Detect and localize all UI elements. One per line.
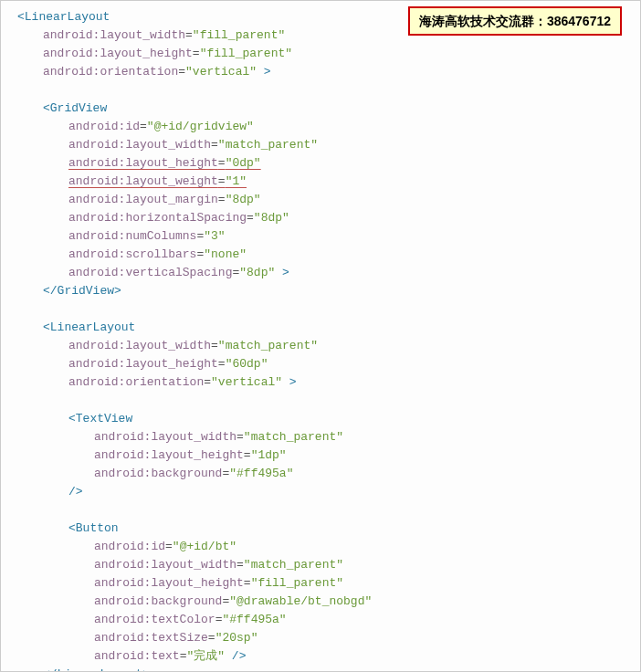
attr-name: android:layout_height xyxy=(68,156,218,170)
attr-value: "20sp" xyxy=(215,631,258,645)
attr-value: "60dp" xyxy=(226,357,268,371)
tag-text: <LinearLayout xyxy=(43,320,135,334)
attr-value: "@drawable/bt_nobgd" xyxy=(229,594,372,608)
attr-value: "8dp" xyxy=(254,211,289,225)
blank-line xyxy=(17,392,640,410)
attr-value: "@+id/gridview" xyxy=(147,120,254,133)
tag-text: <TextView xyxy=(68,412,132,425)
blank-line xyxy=(17,300,640,319)
xml-attribute: android:layout_width="match_parent" xyxy=(17,136,640,154)
equals-sign: = xyxy=(204,375,211,389)
equals-sign: = xyxy=(211,339,218,352)
equals-sign: = xyxy=(218,357,226,371)
attr-name: android:layout_height xyxy=(94,448,244,462)
xml-attribute: android:layout_height="0dp" xyxy=(17,154,640,173)
xml-attribute: android:scrollbars="none" xyxy=(17,246,640,264)
attr-name: android:layout_margin xyxy=(68,193,218,206)
attr-name: android:orientation xyxy=(68,375,204,389)
attr-name: android:layout_width xyxy=(68,339,211,352)
attr-value: "fill_parent" xyxy=(200,47,292,60)
attr-name: android:verticalSpacing xyxy=(68,266,232,279)
xml-attribute: android:layout_width="match_parent" xyxy=(17,337,640,355)
tag-tail: > xyxy=(257,65,271,79)
attr-name: android:orientation xyxy=(43,65,178,79)
xml-attribute: android:layout_margin="8dp" xyxy=(17,191,640,209)
attr-value: "1" xyxy=(226,174,247,188)
attr-name: android:layout_weight xyxy=(68,174,218,188)
attr-name: android:layout_width xyxy=(94,558,236,572)
equals-sign: = xyxy=(165,540,173,553)
attr-value: "match_parent" xyxy=(218,339,318,352)
attr-name: android:text xyxy=(94,649,180,663)
attr-value: "8dp" xyxy=(226,193,261,206)
attr-name: android:layout_height xyxy=(68,357,218,371)
equals-sign: = xyxy=(218,156,226,170)
open-tag: <GridView xyxy=(17,100,640,118)
equals-sign: = xyxy=(244,576,251,590)
attr-name: android:textSize xyxy=(94,631,208,645)
attr-name: android:background xyxy=(94,594,222,608)
tag-text: </GridView> xyxy=(43,284,121,298)
attr-name: android:horizontalSpacing xyxy=(68,211,247,225)
tag-text: <GridView xyxy=(43,101,107,115)
code-block: <LinearLayout android:layout_width="fill… xyxy=(17,8,640,672)
info-badge: 海涛高软技术交流群：386476712 xyxy=(408,6,622,36)
tag-tail: > xyxy=(275,266,289,279)
attr-value: "fill_parent" xyxy=(251,576,343,590)
attr-value: "@+id/bt" xyxy=(173,540,236,553)
xml-attribute: android:layout_height="1dp" xyxy=(17,446,640,465)
xml-attribute: android:text="完成" /> xyxy=(17,647,640,666)
open-tag: <TextView xyxy=(17,410,640,428)
equals-sign: = xyxy=(185,28,193,42)
xml-attribute: android:layout_width="match_parent" xyxy=(17,556,640,574)
equals-sign: = xyxy=(208,631,215,645)
self-close: /> xyxy=(17,483,640,501)
tag-text: <Button xyxy=(68,521,119,535)
xml-attribute: android:horizontalSpacing="8dp" xyxy=(17,209,640,227)
xml-attribute: android:id="@+id/gridview" xyxy=(17,118,640,136)
open-tag: <LinearLayout xyxy=(17,319,640,337)
close-tag: </LinearLayout> xyxy=(17,666,640,672)
equals-sign: = xyxy=(178,65,185,79)
attr-name: android:textColor xyxy=(94,613,215,626)
xml-attribute: android:layout_height="fill_parent" xyxy=(17,45,640,63)
xml-attribute: android:background="#ff495a" xyxy=(17,465,640,483)
tag-text: <LinearLayout xyxy=(17,10,110,24)
xml-attribute: android:numColumns="3" xyxy=(17,227,640,246)
tag-tail: /> xyxy=(225,649,246,663)
attr-value: "match_parent" xyxy=(244,430,343,444)
attr-value: "0dp" xyxy=(226,156,261,170)
xml-attribute: android:id="@+id/bt" xyxy=(17,538,640,556)
attr-name: android:id xyxy=(94,540,165,553)
attr-value: "match_parent" xyxy=(244,558,343,572)
equals-sign: = xyxy=(211,138,218,152)
attr-name: android:layout_width xyxy=(94,430,236,444)
attr-value: "none" xyxy=(204,247,247,261)
xml-attribute: android:textColor="#ff495a" xyxy=(17,611,640,629)
blank-line xyxy=(17,501,640,520)
xml-attribute: android:background="@drawable/bt_nobgd" xyxy=(17,593,640,611)
equals-sign: = xyxy=(193,47,200,60)
equals-sign: = xyxy=(244,448,251,462)
attr-value: "#ff495a" xyxy=(222,613,286,626)
attr-value: "vertical" xyxy=(211,375,282,389)
attr-name: android:id xyxy=(68,120,140,133)
attr-value: "完成" xyxy=(186,649,225,663)
xml-attribute: android:verticalSpacing="8dp" > xyxy=(17,264,640,282)
xml-attribute: android:orientation="vertical" > xyxy=(17,63,640,81)
attr-name: android:layout_height xyxy=(94,576,244,590)
attr-name: android:layout_width xyxy=(43,28,185,42)
attr-value: "fill_parent" xyxy=(193,28,285,42)
xml-attribute: android:layout_weight="1" xyxy=(17,173,640,191)
blank-line xyxy=(17,81,640,100)
xml-attribute: android:orientation="vertical" > xyxy=(17,373,640,392)
open-tag: <Button xyxy=(17,520,640,538)
equals-sign: = xyxy=(236,558,244,572)
attr-value: "#ff495a" xyxy=(229,467,293,480)
close-tag: </GridView> xyxy=(17,282,640,300)
equals-sign: = xyxy=(218,174,226,188)
xml-attribute: android:layout_width="match_parent" xyxy=(17,428,640,446)
attr-name: android:scrollbars xyxy=(68,247,196,261)
xml-attribute: android:layout_height="60dp" xyxy=(17,355,640,373)
equals-sign: = xyxy=(236,430,244,444)
